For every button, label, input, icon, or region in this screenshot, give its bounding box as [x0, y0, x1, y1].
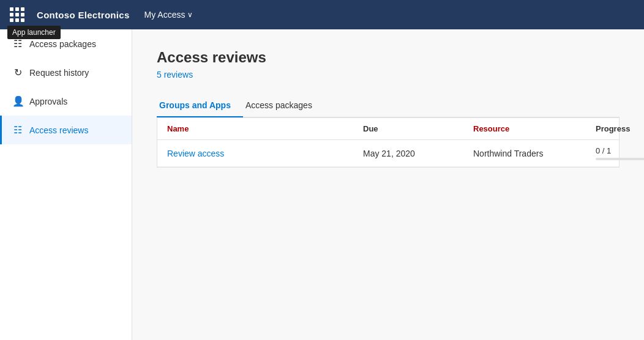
launcher-icon [10, 7, 24, 22]
col-header-name: Name [167, 124, 363, 133]
col-header-resource: Resource [473, 124, 596, 133]
sidebar-item-label: Request history [29, 68, 89, 78]
sidebar-item-access-reviews[interactable]: ☷ Access reviews [0, 116, 132, 144]
tab-access-packages[interactable]: Access packages [243, 94, 324, 117]
review-due-date: May 21, 2020 [363, 149, 473, 158]
page-layout: ☷ Access packages ↻ Request history 👤 Ap… [0, 29, 644, 340]
access-reviews-icon: ☷ [12, 124, 23, 136]
table-header: Name Due Resource Progress [157, 118, 619, 140]
app-name-label: My Access [144, 10, 185, 20]
launcher-tooltip: App launcher [7, 26, 61, 39]
sidebar-item-label: Access reviews [29, 125, 88, 135]
main-content: Access reviews 5 reviews Groups and Apps… [132, 29, 644, 340]
review-name-link[interactable]: Review access [167, 149, 363, 158]
app-launcher-button[interactable]: App launcher [7, 5, 27, 24]
reviews-table: Name Due Resource Progress Review access… [157, 117, 620, 168]
tabs-bar: Groups and Apps Access packages [157, 94, 620, 117]
chevron-down-icon: ∨ [187, 10, 193, 19]
tab-groups-and-apps[interactable]: Groups and Apps [157, 94, 243, 117]
review-progress: 0 / 1 [596, 146, 644, 160]
sidebar-item-request-history[interactable]: ↻ Request history [0, 58, 132, 87]
access-packages-icon: ☷ [12, 38, 23, 50]
topnav: App launcher Contoso Electronics My Acce… [0, 0, 644, 29]
table-row: Review access May 21, 2020 Northwind Tra… [157, 140, 619, 167]
approvals-icon: 👤 [12, 95, 23, 107]
sidebar: ☷ Access packages ↻ Request history 👤 Ap… [0, 29, 132, 340]
col-header-progress: Progress [596, 124, 630, 133]
sidebar-item-label: Approvals [29, 97, 67, 106]
review-resource: Northwind Traders [473, 149, 596, 158]
app-switcher[interactable]: My Access ∨ [144, 10, 193, 20]
progress-label: 0 / 1 [596, 146, 644, 155]
col-header-due: Due [363, 124, 473, 133]
sidebar-item-label: Access packages [29, 39, 96, 49]
progress-bar-background [596, 158, 644, 160]
sidebar-item-approvals[interactable]: 👤 Approvals [0, 87, 132, 116]
brand-name: Contoso Electronics [37, 10, 130, 20]
progress-container: 0 / 1 [596, 146, 644, 160]
request-history-icon: ↻ [12, 67, 23, 78]
page-title: Access reviews [157, 49, 620, 66]
reviews-count[interactable]: 5 reviews [157, 70, 620, 79]
